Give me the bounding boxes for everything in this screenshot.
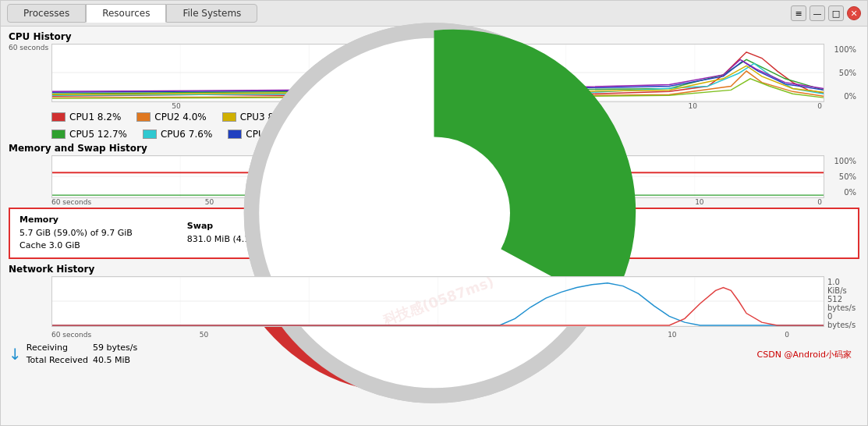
- network-chart: 科技感(0587ms): [51, 276, 824, 327]
- swap-info: Swap 831.0 MiB (4.1%) of 20.0 GiB: [187, 220, 312, 246]
- memory-section: Memory and Swap History 科技感(0587ms): [9, 143, 859, 261]
- memory-info-box: Memory 5.7 GiB (59.0%) of 9.7 GiB Cache …: [9, 208, 859, 259]
- main-content: CPU History 60 seconds 科技感科技(0587ms): [1, 27, 867, 425]
- main-window: Processes Resources File Systems ≡ — □ ✕…: [0, 0, 868, 426]
- swap-icon: [1, 27, 867, 425]
- svg-point-19: [358, 137, 510, 289]
